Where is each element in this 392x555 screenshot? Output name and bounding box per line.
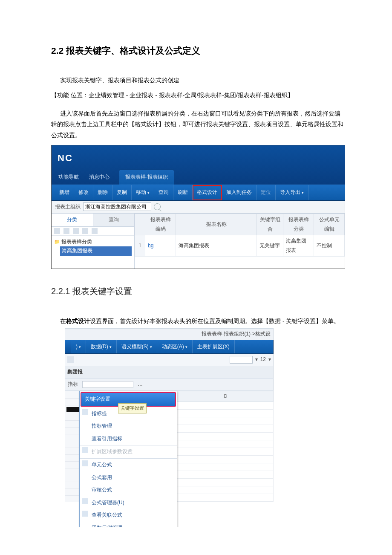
menu-item-formula-manager[interactable]: 公式管理器(U) <box>80 497 177 509</box>
ms-row-marker <box>66 407 81 412</box>
tree-tool-icon[interactable] <box>82 228 88 234</box>
nc-right-panel: 报表表样编码 报表名称 关键字组合 报表表样分类 公式单元编辑 1 hg 海高集… <box>135 214 345 269</box>
chevron-down-icon[interactable]: ▾ <box>255 355 258 364</box>
menu-item-audit-formula[interactable]: 审核公式 <box>80 484 177 497</box>
grid-col-name: 报表名称 <box>176 214 257 235</box>
section-2-2-intro: 实现报表关键字、报表项目和报表公式的创建 <box>51 75 345 86</box>
grid-col-idx <box>135 214 145 235</box>
menu-item-formula-apply[interactable]: 公式套用 <box>80 471 177 484</box>
search-icon[interactable] <box>154 203 161 210</box>
nc-toolbar: 新增 修改 删除 复制 移动▾ 查询 刷新 格式设计 加入到任务 定位 导入导出… <box>52 185 345 201</box>
ms-indicator-input[interactable] <box>82 381 133 388</box>
ms-sheet-label: 集团报 <box>65 366 85 379</box>
ms-tab-indicator[interactable]: 指标 <box>68 380 78 389</box>
nc-btn-new[interactable]: 新增 <box>55 185 74 200</box>
ms-menu-semantic[interactable]: 语义模型(S)▾ <box>117 340 157 354</box>
tree-tool-icon[interactable] <box>92 228 98 234</box>
table-row[interactable]: 1 hg 海高集团报表 无关键字 海高集团报表 不控制 <box>135 235 345 257</box>
ms-menubar-handle <box>65 340 71 354</box>
chevron-down-icon: ▾ <box>147 191 150 195</box>
nc-header: NC 功能导航 消息中心 报表表样-报表组织 <box>52 145 345 185</box>
menu-item-icon <box>82 447 88 453</box>
menu-item-ext-area-param: 扩展区域参数设置 <box>80 445 177 458</box>
nc-btn-move[interactable]: 移动▾ <box>132 185 154 200</box>
grid-cell-idx: 1 <box>135 235 145 257</box>
toolbar-icon[interactable] <box>67 356 74 363</box>
ms-col-header-d[interactable]: D <box>178 391 274 402</box>
ms-window-title: 报表表样-报表组织(1)->格式设 <box>65 328 274 340</box>
grid-cell-category: 海高集团报表 <box>283 235 314 257</box>
tree-leaf-selected[interactable]: 海高集团报表 <box>60 246 132 256</box>
grid-cell-name: 海高集团报表 <box>176 235 257 257</box>
nc-left-panel: 分类 查询 报表表样分类 海高集团报表 <box>52 214 135 269</box>
tree-root[interactable]: 报表表样分类 <box>54 237 132 247</box>
nc-tab-function-nav[interactable]: 功能导航 <box>58 170 80 185</box>
font-family-select[interactable] <box>230 356 253 364</box>
nc-btn-add-to-task[interactable]: 加入到任务 <box>222 185 257 200</box>
ms-menubar: )▾ 数据(D)▾ 语义模型(S)▾ 动态区(A)▾ 主表扩展区(X) <box>65 340 274 354</box>
nc-left-tab-category[interactable]: 分类 <box>52 214 93 226</box>
menu-item-indicator-manage[interactable]: 指标管理 <box>80 420 177 433</box>
chevron-down-icon[interactable]: ▾ <box>268 355 271 364</box>
grid-cell-edit: 不控制 <box>314 235 345 257</box>
chevron-down-icon: ▾ <box>150 345 152 349</box>
section-2-2-1-desc: 在格式设计设置界面，首先设计好本张报表表头的所在位置及编制周期。选择【数据 - … <box>51 316 345 327</box>
ms-format-toolbar: ▾ 12 ▾ <box>65 354 274 366</box>
grid-code-link[interactable]: hg <box>148 243 153 249</box>
chevron-down-icon: ▾ <box>185 345 187 349</box>
menu-item-indicator-extract[interactable]: 指标提 <box>80 408 177 420</box>
grid-col-keycombo: 关键字组合 <box>257 214 283 235</box>
menu-item-function-example[interactable]: 函数示例管理 <box>80 522 177 527</box>
menu-item-cell-formula[interactable]: 单元公式 <box>80 458 177 471</box>
font-size-value: 12 <box>260 355 266 364</box>
grid-col-category: 报表表样分类 <box>283 214 314 235</box>
ellipsis-icon[interactable]: … <box>138 380 143 389</box>
grid-cell-keycombo: 无关键字 <box>257 235 283 257</box>
menu-item-view-ref-indicator[interactable]: 查看引用指标 <box>80 433 177 445</box>
menu-item-icon <box>82 511 88 517</box>
chevron-down-icon: ▾ <box>79 345 81 349</box>
ms-menu-dynamic[interactable]: 动态区(A)▾ <box>157 340 193 354</box>
ms-menu-main-ext[interactable]: 主表扩展区(X) <box>193 340 235 354</box>
nc-left-tab-query[interactable]: 查询 <box>93 214 135 226</box>
nc-btn-edit[interactable]: 修改 <box>74 185 93 200</box>
section-2-2-1-title: 2.2.1 报表关键字设置 <box>51 283 345 299</box>
nc-logo: NC <box>58 150 339 170</box>
nc-left-icon-row <box>52 227 134 236</box>
tree-tool-icon[interactable] <box>73 228 79 234</box>
data-menu-dropdown: 关键字设置 关键字设置 指标提 指标管理 查看引用指标 扩展区域参数设置 单元公… <box>79 391 177 527</box>
nc-btn-locate: 定位 <box>257 185 276 200</box>
ms-menu-prev[interactable]: )▾ <box>71 340 86 354</box>
section-2-2-desc: 进入该界面后首先左边窗口选择报表所属的分类，在右边窗口可以看见该分类下的所有报表… <box>51 108 345 141</box>
grid-cell-code[interactable]: hg <box>145 235 176 257</box>
nc-btn-query[interactable]: 查询 <box>154 185 173 200</box>
nc-btn-format-design[interactable]: 格式设计 <box>193 185 222 200</box>
menu-item-icon <box>82 409 88 415</box>
nc-filter-bar: 报表主组织 <box>52 201 345 214</box>
chevron-down-icon: ▾ <box>110 345 112 349</box>
nc-screenshot: NC 功能导航 消息中心 报表表样-报表组织 新增 修改 删除 复制 移动▾ 查… <box>51 145 345 269</box>
chevron-down-icon: ▾ <box>302 191 304 195</box>
nc-filter-label: 报表主组织 <box>55 202 81 212</box>
nc-report-grid: 报表表样编码 报表名称 关键字组合 报表表样分类 公式单元编辑 1 hg 海高集… <box>135 214 345 257</box>
nc-btn-refresh[interactable]: 刷新 <box>173 185 193 200</box>
ms-menu-data[interactable]: 数据(D)▾ <box>86 340 117 354</box>
nc-btn-import-export[interactable]: 导入导出▾ <box>276 185 308 200</box>
menu-item-icon <box>82 460 88 466</box>
menu-screenshot: 报表表样-报表组织(1)->格式设 )▾ 数据(D)▾ 语义模型(S)▾ 动态区… <box>65 328 274 502</box>
nc-btn-delete[interactable]: 删除 <box>93 185 112 200</box>
nc-tab-message-center[interactable]: 消息中心 <box>88 170 110 185</box>
menu-item-view-related-formula[interactable]: 查看关联公式 <box>80 509 177 522</box>
nc-btn-copy[interactable]: 复制 <box>112 185 132 200</box>
section-2-2-title: 2.2 报表关键字、格式设计及公式定义 <box>51 43 345 59</box>
section-2-2-function-path: 【功能 位置：企业绩效管理 - 企业报表 - 报表表样-全局/报表表样-集团/报… <box>51 90 345 101</box>
grid-col-cell-edit: 公式单元编辑 <box>314 214 345 235</box>
menu-item-icon <box>82 498 88 504</box>
nc-filter-org-input[interactable] <box>83 202 151 211</box>
tree-tool-icon[interactable] <box>54 228 60 234</box>
nc-tab-report-org[interactable]: 报表表样-报表组织 <box>119 170 174 185</box>
nc-top-tabs: 功能导航 消息中心 报表表样-报表组织 <box>58 170 339 185</box>
tree-tool-icon[interactable] <box>63 228 69 234</box>
grid-col-code: 报表表样编码 <box>145 214 176 235</box>
